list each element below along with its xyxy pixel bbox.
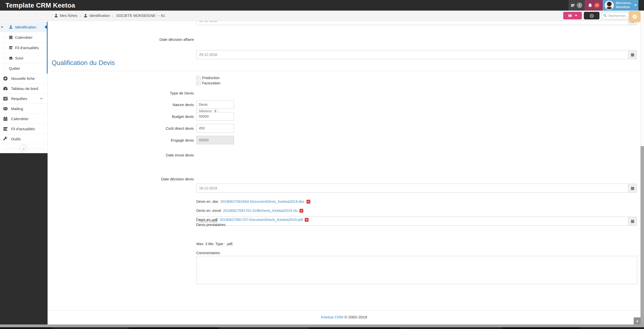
production-checkbox-row[interactable]: ✓ Production <box>196 76 219 80</box>
nature-devis-label: Nature devis <box>48 103 194 107</box>
sidebar-item-calendrier-main[interactable]: Calendrier <box>0 114 47 124</box>
date-decision-devis-label: Date décision devis <box>48 177 194 181</box>
calendar-addon-icon[interactable] <box>628 184 637 193</box>
sidebar-filler <box>0 153 48 324</box>
save-button[interactable] <box>563 12 582 19</box>
date-decision-affaire-input[interactable] <box>196 50 637 59</box>
delete-file-icon[interactable]: × <box>307 200 310 204</box>
date-decision-affaire-field <box>196 50 637 59</box>
file-excel-link[interactable]: 20190627081701-GrilleDevis_Keetoa2019.xl… <box>223 209 297 213</box>
date-envoi-devis-input[interactable] <box>196 184 637 193</box>
notification-count-badge: 16 <box>594 3 600 8</box>
plus-circle-icon <box>3 76 8 81</box>
user-menu-caret-icon <box>634 5 637 6</box>
breadcrumb-identification[interactable]: Identification <box>84 14 110 18</box>
sidebar-item-fil-actualites-main[interactable]: Fil d'actualités <box>0 124 47 134</box>
back-to-top-button[interactable] <box>634 317 641 324</box>
calendar-icon <box>631 186 634 190</box>
file-row: Devis en .doc 20190627081654-DocumentDev… <box>196 199 310 204</box>
menu-count-badge: 1 <box>577 3 582 8</box>
tree-connector <box>4 68 7 69</box>
top-menu-button[interactable]: 1 <box>569 0 585 11</box>
file-pdf-label: Devis en .pdf <box>196 218 218 222</box>
sidebar-collapse-row: « <box>0 144 47 153</box>
notifications-button[interactable]: 16 <box>585 0 603 11</box>
sidebar-item-calendrier[interactable]: Calendrier <box>0 32 47 43</box>
list-menu-icon <box>571 3 575 8</box>
top-bar-right: 1 16 Bienvenue, Bénédicte <box>569 0 644 11</box>
date-decision-affaire-label: Date décision affaire <box>48 37 194 42</box>
gear-icon <box>632 14 637 19</box>
delete-file-icon[interactable]: × <box>299 209 303 213</box>
breadcrumb: Mes fiches Identification SOCIETE MONSEI… <box>54 11 165 21</box>
sidebar-item-label: Requêtes <box>11 96 27 101</box>
sidebar-item-outils[interactable]: Outils <box>0 134 47 144</box>
active-flag-icon <box>45 24 48 29</box>
production-checkbox[interactable]: ✓ <box>196 76 201 80</box>
power-icon <box>590 14 594 18</box>
breadcrumb-mes-fiches[interactable]: Mes fiches <box>54 14 77 18</box>
sidebar-item-tableau-de-bord[interactable]: Tableau de bord <box>0 84 47 94</box>
calendar-icon <box>631 53 634 57</box>
sidebar-item-quitter[interactable]: Quitter <box>0 63 47 74</box>
top-bar: Template CRM Keetoa 1 16 Bienvenue, Béné… <box>0 0 644 11</box>
file-excel-label: Devis en .excel <box>196 209 221 213</box>
sidebar-submenu: Identification Calendrier Fil d'actualit… <box>0 22 48 74</box>
sidebar-item-nouvelle-fiche[interactable]: Nouvelle fiche <box>0 74 47 84</box>
sidebar-item-label: Quitter <box>9 66 20 71</box>
devis-prestataires-label: Devis prestataires <box>196 223 225 227</box>
news-feed-icon <box>3 126 8 131</box>
settings-button[interactable] <box>629 11 640 22</box>
sidebar: Mes fiches Identification Calendrier Fil… <box>0 11 48 324</box>
facturation-checkbox-row[interactable]: ✓ Facturation <box>196 81 220 85</box>
production-label: Production <box>202 76 219 80</box>
user-icon <box>9 25 13 29</box>
save-icon <box>568 14 572 18</box>
sidebar-item-label: Outils <box>11 137 21 141</box>
inbox-icon <box>9 56 13 60</box>
save-dropdown-caret-icon[interactable] <box>575 15 577 16</box>
bell-icon <box>588 3 592 8</box>
footer-link[interactable]: Keetoa CRM <box>321 315 344 319</box>
nature-devis-input[interactable] <box>196 100 234 109</box>
facturation-checkbox[interactable]: ✓ <box>196 81 201 85</box>
upload-hint: Max: 3 Mo. Type : .pdf. <box>196 242 233 246</box>
sidebar-item-requetes[interactable]: Requêtes <box>0 94 47 104</box>
file-doc-link[interactable]: 20190627081654-DocumentDevis_Keetoa2019.… <box>220 200 305 204</box>
date-envoi-devis-label: Date envoi devis <box>48 153 194 157</box>
sidebar-item-identification[interactable]: Identification <box>0 22 47 32</box>
breadcrumb-bar: Mes fiches Identification SOCIETE MONSEI… <box>0 11 640 21</box>
logout-button[interactable] <box>584 12 599 19</box>
breadcrumb-separator <box>80 14 81 18</box>
sidebar-item-fil-actualites[interactable]: Fil d'actualités <box>0 43 47 53</box>
breadcrumb-separator <box>112 14 114 18</box>
scrollbar-thumb[interactable] <box>640 11 644 146</box>
budget-devis-input[interactable] <box>196 112 234 121</box>
file-pdf-link[interactable]: 20190627081707-DocumentDevis_Keetoa2019.… <box>220 218 303 222</box>
user-icon <box>54 14 58 18</box>
sidebar-item-mailing[interactable]: Mailing <box>0 104 47 114</box>
file-row: Devis en .excel 20190627081701-GrilleDev… <box>196 208 303 213</box>
sidebar-item-suivi[interactable]: Suivi <box>0 53 47 63</box>
sidebar-item-label: Calendrier <box>15 35 32 40</box>
user-menu[interactable]: Bienvenue, Bénédicte <box>603 0 638 11</box>
section-title: Qualification du Devis <box>52 59 640 71</box>
search-icon <box>603 14 607 17</box>
double-chevron-up-icon <box>635 319 639 323</box>
sidebar-item-label: Suivi <box>15 56 23 60</box>
app-title: Template CRM Keetoa <box>0 2 75 9</box>
sidebar-item-label: Tableau de bord <box>11 86 38 91</box>
vertical-scrollbar[interactable] <box>640 11 644 324</box>
sidebar-collapse-button[interactable]: « <box>20 145 28 153</box>
calendar-addon-icon[interactable] <box>628 50 637 59</box>
cout-direct-devis-input[interactable] <box>196 124 234 133</box>
calendar-addon-icon[interactable] <box>628 217 637 226</box>
commentaires-textarea[interactable] <box>196 256 637 284</box>
chevron-down-icon <box>39 97 44 100</box>
calendar-icon <box>9 35 13 39</box>
content-area: Date décision affaire Qualification du D… <box>48 11 640 324</box>
tree-connector <box>4 37 7 38</box>
sidebar-item-label: Identification <box>15 25 36 29</box>
delete-file-icon[interactable]: × <box>305 218 309 222</box>
tree-connector <box>4 58 7 58</box>
